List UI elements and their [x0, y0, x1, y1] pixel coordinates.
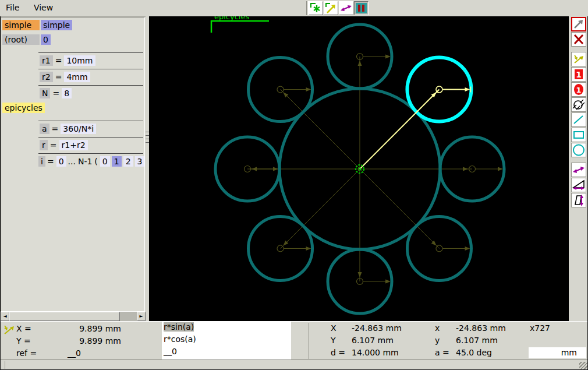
iterator-index-1-selected[interactable]: 1 [112, 156, 122, 167]
construction-circle-icon [572, 98, 586, 111]
point-tool-button[interactable] [571, 52, 586, 66]
svg-text:1: 1 [576, 70, 582, 79]
status-bar: X = 9.899 mm Y = 9.899 mm ref = __0 r*si… [0, 321, 588, 360]
param-value[interactable]: 8 [62, 88, 72, 98]
measure-arrow-icon [339, 2, 353, 15]
angle-label: a = [435, 348, 456, 357]
delete-x-icon [572, 33, 586, 46]
draw-arrow-button[interactable] [324, 1, 338, 15]
tool-palette: 1 1 [569, 16, 588, 321]
select-arrow-icon [572, 18, 585, 30]
coord-x-value: 9.899 mm [44, 324, 121, 333]
status-right-section: X -24.863 mm Y 6.107 mm d = 14.000 mm x … [291, 322, 588, 360]
formula-value[interactable]: 360/N*i [61, 124, 96, 134]
coord-y-value: 9.899 mm [44, 336, 121, 346]
menu-view[interactable]: View [28, 1, 59, 15]
numbered-ellipse-icon: 1 [572, 83, 586, 96]
rel-y-label: y [435, 336, 456, 345]
circle-icon [572, 143, 586, 157]
scroll-right-button[interactable]: ► [137, 312, 146, 321]
parameter-panel: simple simple (root) 0 r1 = 10mm r2 = 4m… [1, 17, 145, 312]
abs-y-label: Y [331, 336, 352, 345]
line-icon [572, 113, 586, 126]
message-bar-divider [5, 361, 5, 369]
zoom-factor: x727 [530, 323, 550, 333]
svg-text:1: 1 [576, 86, 581, 94]
menu-file[interactable]: File [0, 1, 25, 15]
point-arrow-icon [572, 52, 586, 66]
expression-ref[interactable]: __0 [164, 347, 177, 356]
distance-tool-button[interactable] [571, 163, 586, 177]
param-name[interactable]: r2 [40, 72, 53, 82]
root-value[interactable]: 0 [41, 34, 51, 45]
equals-sign: = [52, 89, 59, 98]
iterator-index-2[interactable]: 2 [123, 156, 133, 167]
axes-asterisk-button[interactable] [309, 1, 323, 15]
circle-tool-button[interactable] [571, 143, 586, 157]
formula-row-r: r = r1+r2 [38, 138, 144, 152]
numbered-ellipse-tool-button[interactable]: 1 [571, 82, 586, 97]
draw-arrow-icon [324, 2, 338, 15]
angle-quad-tool-button[interactable] [571, 193, 586, 207]
formula-name[interactable]: a [40, 124, 49, 134]
resize-grip[interactable] [579, 362, 587, 370]
angle-quad-icon [572, 193, 586, 207]
equals-sign: = [50, 140, 57, 150]
formula-row-a: a = 360/N*i [38, 121, 144, 136]
iterator-name[interactable]: i [38, 156, 45, 167]
coord-y-label: Y = [16, 336, 44, 346]
expression-panel: r*sin(a) r*cos(a) __0 [162, 322, 291, 360]
rectangle-icon [572, 128, 586, 142]
param-name[interactable]: N [40, 88, 50, 98]
coord-x-label: X = [16, 324, 44, 333]
sketch-tab-value[interactable]: simple [41, 20, 72, 30]
rectangle-tool-button[interactable] [571, 128, 586, 142]
distance-value: 14.000 mm [352, 348, 399, 357]
construction-circle-tool-button[interactable] [571, 97, 586, 112]
param-name[interactable]: r1 [40, 55, 53, 66]
expression-y[interactable]: r*cos(a) [164, 334, 196, 344]
sketch-tab[interactable]: simple [2, 20, 40, 30]
param-value[interactable]: 10mm [64, 55, 95, 66]
equals-sign: = [52, 124, 59, 133]
equals-sign: = [55, 56, 62, 65]
rel-y-value: 6.107 mm [456, 336, 498, 345]
panel-hscrollbar[interactable]: ◄ ► [1, 312, 146, 321]
pause-button[interactable] [354, 1, 369, 15]
ref-value: __0 [44, 348, 121, 358]
status-divider [309, 323, 309, 359]
rel-x-value: -24.863 mm [456, 323, 506, 333]
line-tool-button[interactable] [571, 112, 586, 127]
canvas-group-label: epicycles [214, 16, 249, 21]
menu-bar: File View [0, 0, 588, 17]
axes-asterisk-icon [309, 2, 323, 15]
iterator-paren: ( [94, 157, 97, 166]
group-label-epicycles[interactable]: epicycles [2, 103, 45, 113]
scroll-thumb[interactable] [9, 312, 120, 321]
scroll-left-button[interactable]: ◄ [1, 312, 9, 321]
param-value[interactable]: 4mm [64, 72, 90, 82]
expression-x[interactable]: r*sin(a) [164, 322, 194, 332]
iterator-start[interactable]: 0 [56, 156, 66, 167]
formula-value[interactable]: r1+r2 [59, 140, 88, 150]
unit-selector[interactable]: mm [529, 347, 586, 358]
abs-x-value: -24.863 mm [352, 323, 402, 333]
status-left-section: X = 9.899 mm Y = 9.899 mm ref = __0 [0, 322, 162, 360]
param-row-r2: r2 = 4mm [38, 69, 144, 84]
measure-arrow-button[interactable] [339, 1, 353, 15]
distance-label: d = [331, 348, 352, 357]
equals-sign: = [55, 72, 62, 82]
formula-name[interactable]: r [40, 140, 48, 150]
iterator-index-3[interactable]: 3 [135, 156, 145, 167]
numbered-square-tool-button[interactable]: 1 [571, 67, 586, 82]
iterator-index-0[interactable]: 0 [100, 156, 110, 167]
ref-label: ref = [16, 348, 44, 358]
drawing-canvas[interactable]: epicycles [149, 16, 569, 321]
abs-y-value: 6.107 mm [352, 336, 394, 345]
select-tool-button[interactable] [571, 17, 586, 31]
delete-tool-button[interactable] [571, 32, 586, 47]
distance-triangle-tool-button[interactable] [571, 178, 586, 192]
iterator-end: N-1 [78, 157, 92, 166]
point-arrow-status-icon [2, 323, 17, 336]
pause-icon [355, 2, 368, 15]
